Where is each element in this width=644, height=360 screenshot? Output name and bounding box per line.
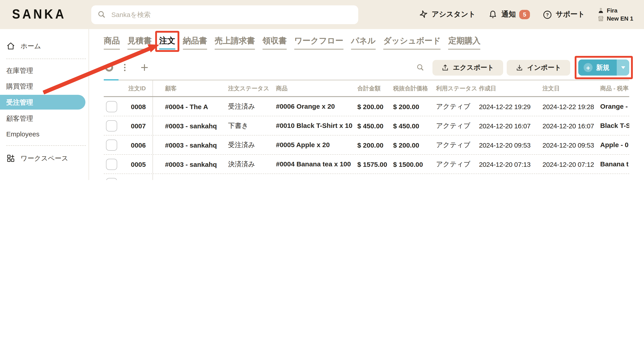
- view-circle-icon[interactable]: [104, 62, 114, 73]
- cell-subtotal: $ 1500.00: [392, 160, 435, 168]
- account-menu[interactable]: Fira New EN 1: [598, 7, 634, 22]
- row-checkbox[interactable]: [106, 120, 117, 131]
- sidebar-item-home[interactable]: ホーム: [0, 38, 88, 54]
- cell-customer: #0003 - sankahq: [153, 122, 227, 130]
- row-checkbox-cell: [104, 158, 124, 170]
- tab-ダッシュボード[interactable]: ダッシュボード: [383, 35, 441, 50]
- row-checkbox[interactable]: [106, 139, 117, 150]
- sidebar-nav: 在庫管理購買管理受注管理顧客管理Employees: [0, 64, 88, 141]
- sidebar-home-label: ホーム: [20, 42, 41, 50]
- cell-ordered: 2024-12-10 07:57: [542, 180, 599, 180]
- import-label: インポート: [527, 63, 561, 72]
- row-checkbox[interactable]: [106, 101, 117, 112]
- column-header: 商品 - 税率: [599, 82, 629, 94]
- app-logo[interactable]: SANKA: [12, 7, 80, 22]
- cell-ordered: 2024-12-22 19:28: [542, 103, 599, 110]
- sidebar: ホーム 在庫管理購買管理受注管理顧客管理Employees ワークスペース 日本…: [0, 29, 89, 180]
- column-header: 商品: [275, 82, 356, 94]
- column-header: 注文ID: [124, 80, 153, 96]
- cell-status: 決済済み: [227, 160, 275, 168]
- cell-line: Orange -: [600, 102, 629, 111]
- import-button[interactable]: インポート: [506, 60, 570, 75]
- assistant-button[interactable]: アシスタント: [418, 10, 476, 20]
- cell-ordered: 2024-12-20 16:07: [542, 122, 599, 130]
- cell-status: 受注済み: [227, 179, 275, 180]
- new-label: 新規: [596, 63, 610, 72]
- row-checkbox[interactable]: [106, 158, 117, 170]
- column-header: 顧客: [153, 84, 227, 92]
- cell-created: 2024-12-20 16:07: [478, 122, 542, 130]
- cell-usage: アクティブ: [435, 160, 478, 168]
- table-row[interactable]: 0006#0003 - sankahq受注済み#0005 Apple x 20$…: [104, 136, 629, 155]
- cell-tax: Banana t: [599, 157, 629, 171]
- notifications-button[interactable]: 通知 5: [488, 10, 530, 20]
- cell-total: $ 500.00: [356, 180, 392, 180]
- caret-down-icon: [620, 66, 626, 69]
- cell-line: Banana t: [600, 159, 629, 169]
- table-row[interactable]: 0005#0003 - sankahq決済済み#0004 Banana tea …: [104, 155, 629, 174]
- column-header: 作成日: [478, 84, 542, 92]
- cell-usage: アクティブ: [435, 141, 478, 149]
- sidebar-item-在庫管理[interactable]: 在庫管理: [0, 64, 88, 77]
- cell-subtotal: $ 450.00: [392, 122, 435, 130]
- user-name: Fira: [607, 7, 618, 14]
- cell-id: 0007: [124, 116, 153, 135]
- sidebar-divider: [6, 58, 86, 59]
- tab-ワークフロー[interactable]: ワークフロー: [294, 35, 343, 50]
- tab-売上請求書[interactable]: 売上請求書: [215, 35, 255, 50]
- cell-line: Apple Te: [600, 178, 629, 180]
- assistant-label: アシスタント: [432, 10, 476, 19]
- sidebar-item-受注管理[interactable]: 受注管理: [0, 95, 86, 110]
- cell-total: $ 1575.00: [356, 160, 392, 168]
- cell-created: 2024-12-22 19:29: [478, 103, 542, 110]
- sidebar-item-workspace[interactable]: ワークスペース: [0, 150, 88, 166]
- sidebar-divider: [6, 145, 86, 146]
- table-search-icon[interactable]: [416, 64, 424, 72]
- sidebar-item-Employees[interactable]: Employees: [0, 127, 88, 141]
- tab-納品書[interactable]: 納品書: [183, 35, 207, 50]
- global-search[interactable]: [91, 5, 358, 24]
- table-row[interactable]: 0008#0004 - The A受注済み#0006 Orange x 20$ …: [104, 97, 629, 116]
- cell-subtotal: $ 200.00: [392, 141, 435, 149]
- tab-領収書[interactable]: 領収書: [262, 35, 287, 50]
- kebab-menu-icon[interactable]: [122, 62, 128, 72]
- tab-パネル[interactable]: パネル: [351, 35, 376, 50]
- table-row[interactable]: 0004#0001 - Ann Anna受注済み#0001 Apple Tea …: [104, 174, 629, 180]
- search-input[interactable]: [110, 10, 352, 19]
- cell-ordered: 2024-12-20 09:53: [542, 141, 599, 149]
- row-checkbox[interactable]: [106, 178, 117, 180]
- tab-商品[interactable]: 商品: [104, 35, 120, 50]
- tab-label: 定期購入: [448, 36, 480, 45]
- cell-status: 下書き: [227, 122, 275, 130]
- cell-line: #0010 Black T-Shirt x 10: [276, 121, 356, 130]
- new-button[interactable]: + 新規: [578, 60, 629, 76]
- tab-見積書[interactable]: 見積書: [128, 35, 152, 50]
- tab-label: ワークフロー: [294, 36, 343, 45]
- tab-注文[interactable]: 注文: [159, 35, 175, 50]
- new-dropdown-button[interactable]: [617, 60, 629, 76]
- cell-customer: #0001 - Ann Anna: [153, 180, 227, 180]
- table-row[interactable]: 0007#0003 - sankahq下書き#0010 Black T-Shir…: [104, 116, 629, 136]
- home-icon: [6, 42, 15, 50]
- cell-products: #0004 Banana tea x 100: [275, 157, 356, 171]
- tab-label: ダッシュボード: [383, 36, 441, 45]
- column-header: 注文ステータス: [227, 84, 275, 92]
- notifications-label: 通知: [502, 10, 516, 19]
- cell-tax: Apple - 0: [599, 138, 629, 152]
- table-header-row: 注文ID顧客注文ステータス商品合計金額税抜合計価格利用ステータス作成日注文日商品…: [104, 80, 629, 97]
- main-content: 商品見積書注文納品書売上請求書領収書ワークフローパネルダッシュボード定期購入: [89, 29, 644, 180]
- toolbar: エクスポート インポート + 新規: [104, 60, 629, 80]
- column-header: 利用ステータス: [435, 84, 478, 92]
- export-button[interactable]: エクスポート: [432, 60, 503, 75]
- column-header: 税抜合計価格: [392, 84, 435, 92]
- cell-total: $ 450.00: [356, 122, 392, 130]
- add-view-icon[interactable]: [140, 62, 149, 72]
- support-button[interactable]: ? サポート: [542, 10, 585, 20]
- cell-products: #0010 Black T-Shirt x 10: [275, 118, 356, 133]
- sidebar-item-購買管理[interactable]: 購買管理: [0, 79, 88, 93]
- cell-line: #0006 Orange x 20: [276, 102, 356, 111]
- cell-id: 0004: [124, 174, 153, 180]
- tab-定期購入[interactable]: 定期購入: [448, 35, 480, 50]
- cell-created: 2024-12-10 07:57: [478, 180, 542, 180]
- sidebar-item-顧客管理[interactable]: 顧客管理: [0, 111, 88, 125]
